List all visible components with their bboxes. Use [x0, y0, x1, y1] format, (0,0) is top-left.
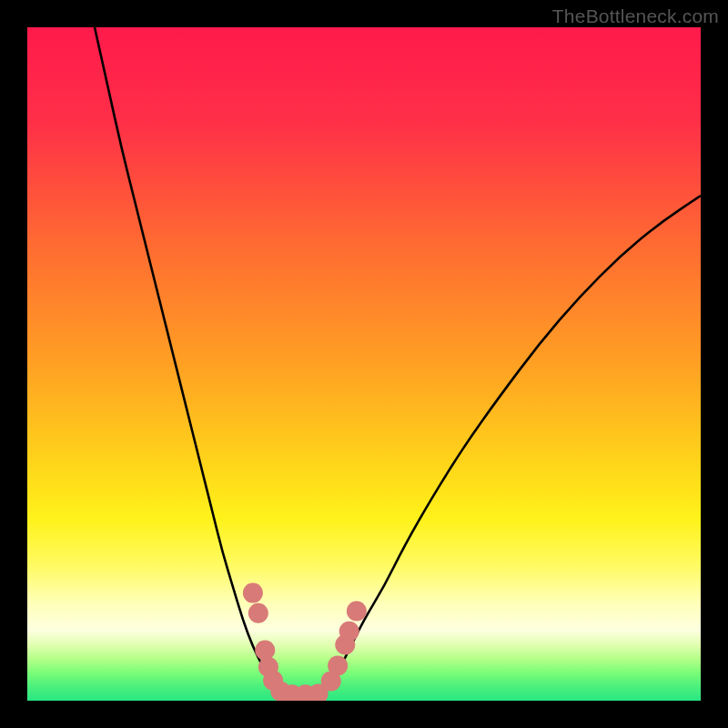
marker-group: [243, 583, 367, 701]
right-marker-4: [339, 622, 359, 642]
watermark-text: TheBottleneck.com: [552, 5, 719, 27]
curve-layer: [27, 27, 701, 701]
left-marker-3: [255, 641, 275, 661]
right-marker-2: [328, 656, 348, 676]
right-curve-path: [324, 196, 701, 694]
left-marker-2: [248, 603, 268, 623]
plot-area: [27, 27, 701, 701]
left-marker-1: [243, 583, 263, 603]
chart-frame: TheBottleneck.com: [0, 0, 728, 728]
right-marker-5: [347, 602, 367, 622]
